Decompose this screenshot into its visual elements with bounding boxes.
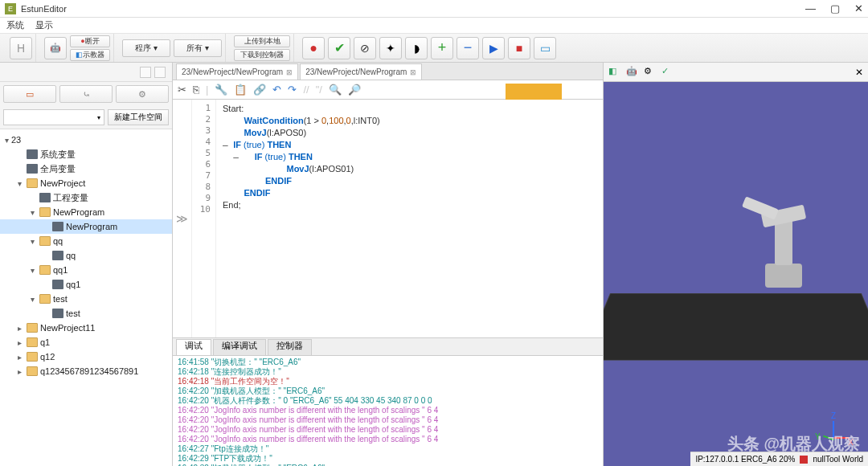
log-line: 16:42:20 "JogInfo axis number is differe… [178, 435, 598, 444]
folder-icon [39, 294, 51, 304]
file-icon [39, 193, 51, 202]
new-workspace-button[interactable]: 新建工作空间 [108, 109, 169, 125]
file-icon [27, 164, 38, 174]
fold-toggle[interactable]: ≫ [173, 100, 192, 337]
menu-system[interactable]: 系统 [6, 19, 24, 31]
ed-cut-icon[interactable]: ✂ [178, 84, 186, 96]
main-toolbar: H 🤖 ●断开 ◧示教器 程序 ▾ 所有 ▾ 上传到本地 下载到控制器 ● ✔ … [0, 34, 868, 63]
program-combo[interactable]: 程序 ▾ [122, 39, 170, 57]
teach-button[interactable]: ◧示教器 [70, 49, 110, 61]
ed-tool-icon[interactable]: 🔧 [215, 84, 227, 96]
ed-copy-icon[interactable]: ⎘ [193, 84, 199, 96]
code-area[interactable]: Start: WaitCondition(1 > 0,100,0,l:INT0)… [216, 100, 603, 337]
status-tool: nullTool World [813, 455, 863, 464]
folder-icon [27, 323, 38, 333]
close-tab-icon[interactable]: ⊠ [286, 68, 293, 76]
tab-controller[interactable]: 控制器 [268, 339, 312, 355]
editor-tab-1[interactable]: 23/NewProject/NewProgram⊠ [176, 63, 298, 80]
left-close-icon[interactable] [154, 67, 166, 78]
line-gutter: 12345678910 [192, 100, 216, 337]
close-button[interactable]: ✕ [854, 2, 863, 14]
folder-icon [39, 265, 51, 275]
project-tree[interactable]: ▾23 系统变量 全局变量 ▾NewProject 工程变量 ▾NewProgr… [0, 129, 172, 466]
screen-button[interactable]: ▭ [534, 37, 556, 59]
sync-button[interactable]: ✦ [379, 37, 402, 59]
tab-compile[interactable]: 编译调试 [213, 339, 266, 355]
folder-icon [27, 352, 38, 362]
stop-button[interactable]: ■ [508, 37, 530, 59]
ed-redo-icon[interactable]: ↷ [288, 84, 297, 96]
floor [604, 293, 868, 361]
folder-icon [27, 366, 38, 376]
center-panel: 23/NewProject/NewProgram⊠ 23/NewProject/… [173, 63, 603, 466]
folder-icon [27, 178, 38, 188]
disconnect-button[interactable]: ●断开 [70, 35, 110, 47]
left-btn-1[interactable]: ▭ [3, 85, 56, 103]
log-output[interactable]: 16:41:58 "切换机型：" "ERC6_A6"16:42:18 "连接控制… [173, 356, 603, 466]
ed-link-icon[interactable]: 🔗 [253, 84, 266, 96]
all-combo[interactable]: 所有 ▾ [174, 39, 222, 57]
workspace-combo[interactable]: ▾ [3, 109, 104, 125]
ed-find-icon[interactable]: 🔍 [329, 84, 342, 96]
tree-projvar[interactable]: 工程变量 [53, 192, 88, 204]
maximize-button[interactable]: ▢ [830, 2, 840, 14]
file-icon [52, 309, 63, 318]
editor-tab-2[interactable]: 23/NewProject/NewProgram⊠ [300, 63, 422, 80]
home-button[interactable]: H [10, 37, 32, 59]
tree-long[interactable]: q1234567891234567891 [40, 366, 138, 376]
ed-undo-icon[interactable]: ↶ [272, 84, 281, 96]
view-robot-icon[interactable]: 🤖 [626, 66, 639, 79]
check-button[interactable]: ✔ [328, 37, 350, 59]
cancel-button[interactable]: ⊘ [354, 37, 376, 59]
tree-newproject11[interactable]: NewProject11 [40, 323, 95, 333]
play-button[interactable]: ▶ [482, 37, 505, 59]
add-button[interactable]: + [431, 37, 453, 59]
code-editor[interactable]: ≫ 12345678910 Start: WaitCondition(1 > 0… [173, 100, 603, 337]
minimize-button[interactable]: — [805, 2, 816, 14]
menu-display[interactable]: 显示 [35, 19, 53, 31]
output-panel: 调试 编译调试 控制器 16:41:58 "切换机型：" "ERC6_A6"16… [173, 337, 603, 466]
tree-test-file[interactable]: test [66, 309, 80, 318]
window-title: EstunEditor [21, 4, 67, 14]
ed-paste-icon[interactable]: 📋 [234, 84, 247, 96]
log-line: 16:42:18 "连接控制器成功！" [178, 367, 598, 377]
tree-qq1[interactable]: qq1 [53, 265, 68, 275]
ed-zoom-icon[interactable]: 🔎 [348, 84, 361, 96]
robot-icon[interactable]: 🤖 [44, 37, 67, 59]
view-check-icon[interactable]: ✓ [661, 66, 674, 79]
tree-qq1-file[interactable]: qq1 [66, 280, 80, 289]
step-button[interactable]: ◗ [405, 37, 428, 59]
tab-debug[interactable]: 调试 [176, 339, 211, 355]
left-find-icon[interactable] [140, 67, 151, 78]
right-panel: ◧ 🤖 ⚙ ✓ ✕ Z Y X IP:127.0.0.1 ERC6_A6 20%… [603, 63, 868, 466]
remove-button[interactable]: − [457, 37, 479, 59]
tree-qq-file[interactable]: qq [66, 251, 76, 260]
3d-viewport[interactable]: Z Y X [604, 82, 868, 466]
tree-test[interactable]: test [53, 294, 68, 304]
left-btn-2[interactable]: ⤿ [59, 85, 113, 103]
status-ip: IP:127.0.0.1 ERC6_A6 20% [695, 455, 795, 464]
log-line: 16:42:29 "FTP下载成功！" [178, 454, 598, 464]
left-btn-3[interactable]: ⚙ [116, 85, 169, 103]
download-button[interactable]: 下载到控制器 [234, 49, 290, 61]
tree-q12[interactable]: q12 [40, 352, 55, 362]
tree-root[interactable]: 23 [11, 135, 21, 145]
file-icon [52, 222, 63, 231]
log-line: 16:42:20 "JogInfo axis number is differe… [178, 415, 598, 425]
close-tab-icon[interactable]: ⊠ [410, 68, 416, 76]
panel-close-icon[interactable]: ✕ [855, 67, 863, 78]
log-line: 16:42:20 "JogInfo axis number is differe… [178, 406, 598, 415]
tree-q1[interactable]: q1 [40, 337, 50, 347]
upload-button[interactable]: 上传到本地 [234, 35, 290, 47]
tree-newprogram-file[interactable]: NewProgram [66, 222, 117, 231]
record-button[interactable]: ● [302, 37, 325, 59]
view-settings-icon[interactable]: ⚙ [644, 66, 657, 79]
tree-globalvar[interactable]: 全局变量 [40, 163, 76, 175]
tree-sysvar[interactable]: 系统变量 [40, 149, 76, 161]
tree-qq[interactable]: qq [53, 236, 63, 246]
view-cube-icon[interactable]: ◧ [608, 66, 621, 79]
tree-newprogram[interactable]: NewProgram [53, 207, 104, 217]
tree-newproject[interactable]: NewProject [40, 178, 85, 188]
menu-bar: 系统 显示 [0, 18, 868, 34]
status-bar: IP:127.0.0.1 ERC6_A6 20% nullTool World [690, 452, 868, 466]
